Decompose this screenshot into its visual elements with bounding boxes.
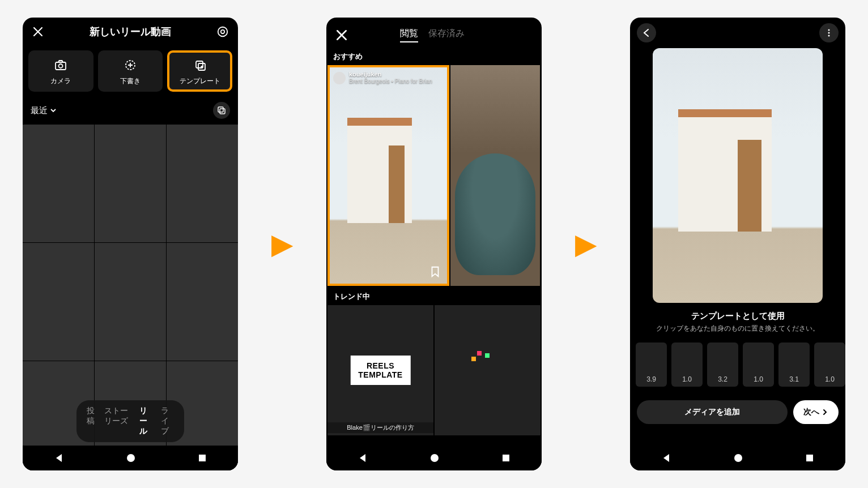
svg-point-14 (828, 32, 830, 34)
template-caption: Blake🎬リールの作り方 (327, 422, 433, 433)
android-nav-bar (23, 446, 238, 470)
use-template-title: テンプレートとして使用 (636, 311, 840, 322)
camera-icon (54, 58, 67, 72)
mode-draft-label: 下書き (120, 76, 141, 86)
clip-slots: 3.9 1.0 3.2 1.0 3.1 1.0 (630, 338, 845, 391)
svg-rect-2 (56, 62, 66, 70)
nav-recent-icon[interactable] (198, 453, 207, 463)
close-icon[interactable] (31, 24, 45, 39)
svg-rect-7 (218, 107, 223, 112)
template-username: koueijuken (349, 71, 432, 78)
android-nav-bar (630, 446, 845, 470)
clip-slot[interactable]: 3.1 (778, 343, 810, 387)
nav-back-icon[interactable] (661, 453, 671, 463)
template-card-recommended[interactable]: koueijuken Brent Bourgeois • Piano for B… (327, 65, 449, 286)
nav-back-icon[interactable] (358, 453, 368, 463)
nav-recent-icon[interactable] (805, 453, 814, 463)
create-type-tabs: 投稿 ストーリーズ リール ライブ (76, 400, 184, 442)
template-preview[interactable] (653, 48, 823, 303)
multi-select-icon[interactable] (213, 102, 230, 119)
draft-icon (124, 58, 137, 72)
svg-point-3 (59, 64, 63, 68)
media-thumb[interactable] (167, 125, 238, 242)
mode-draft[interactable]: 下書き (98, 50, 163, 92)
mode-camera-label: カメラ (50, 76, 71, 86)
clip-slot[interactable]: 3.2 (707, 343, 738, 387)
svg-point-9 (127, 454, 135, 462)
template-music: Brent Bourgeois • Piano for Brian (349, 78, 432, 85)
nav-back-icon[interactable] (54, 453, 64, 463)
use-template-subtitle: クリップをあなた自身のものに置き換えてください。 (636, 324, 840, 333)
bookmark-icon[interactable] (429, 266, 441, 278)
chevron-down-icon (50, 107, 57, 114)
template-card-trending[interactable]: REELS TEMPLATE Blake🎬リールの作り方 (327, 305, 433, 435)
tab-stories[interactable]: ストーリーズ (104, 406, 130, 436)
label-line1: REELS (358, 361, 402, 370)
mode-camera[interactable]: カメラ (28, 50, 93, 92)
template-label-box: REELS TEMPLATE (350, 356, 410, 385)
clip-slot[interactable]: 3.9 (636, 343, 667, 387)
template-card-recommended[interactable] (450, 65, 540, 286)
svg-point-1 (221, 30, 224, 33)
section-recommended: おすすめ (326, 46, 542, 65)
media-thumb[interactable] (95, 243, 166, 361)
media-thumb[interactable] (23, 125, 94, 242)
screen2-browse-templates: 閲覧 保存済み おすすめ koueijuken Brent Bourgeois … (326, 18, 542, 470)
svg-point-15 (828, 35, 830, 37)
tab-live[interactable]: ライブ (161, 406, 174, 436)
screen1-new-reel: 新しいリール動画 カメラ 下書き テンプレート 最近 (23, 18, 238, 470)
mode-template[interactable]: テンプレート (167, 50, 232, 92)
svg-point-13 (828, 29, 830, 31)
media-thumb[interactable] (95, 125, 166, 242)
label-line2: TEMPLATE (358, 370, 402, 379)
svg-rect-10 (199, 455, 206, 461)
close-icon[interactable] (334, 28, 349, 42)
recent-label: 最近 (31, 105, 48, 116)
add-media-button[interactable]: メディアを追加 (637, 400, 788, 424)
svg-point-16 (734, 454, 742, 462)
settings-icon[interactable] (215, 24, 230, 39)
chevron-right-icon (822, 409, 828, 416)
nav-home-icon[interactable] (429, 453, 440, 463)
clip-slot[interactable]: 1.0 (671, 343, 703, 387)
tab-browse[interactable]: 閲覧 (400, 28, 418, 42)
flow-arrow-icon: ▶ (271, 228, 293, 260)
more-options-button[interactable] (819, 23, 839, 42)
template-card-trending[interactable] (435, 305, 541, 435)
flow-arrow-icon: ▶ (575, 228, 597, 260)
template-icon (193, 58, 207, 72)
tab-reels[interactable]: リール (139, 406, 152, 436)
android-nav-bar (326, 446, 542, 470)
screen1-title: 新しいリール動画 (90, 25, 171, 38)
clip-slot[interactable]: 1.0 (814, 343, 845, 387)
mode-template-label: テンプレート (180, 76, 220, 86)
svg-rect-8 (220, 109, 225, 114)
svg-rect-17 (806, 455, 813, 461)
svg-rect-12 (503, 455, 509, 461)
nav-home-icon[interactable] (733, 453, 743, 463)
section-trending: トレンド中 (326, 286, 542, 305)
back-button[interactable] (637, 23, 656, 42)
recent-dropdown[interactable]: 最近 (31, 105, 57, 116)
avatar (333, 72, 346, 84)
next-button[interactable]: 次へ (793, 400, 839, 424)
screen3-use-template: テンプレートとして使用 クリップをあなた自身のものに置き換えてください。 3.9… (630, 18, 845, 470)
media-thumb[interactable] (167, 243, 238, 361)
svg-point-11 (431, 454, 439, 462)
nav-home-icon[interactable] (126, 453, 136, 463)
nav-recent-icon[interactable] (501, 453, 510, 463)
tab-post[interactable]: 投稿 (87, 406, 95, 436)
media-thumb[interactable] (23, 243, 94, 361)
clip-slot[interactable]: 1.0 (743, 343, 774, 387)
tab-saved[interactable]: 保存済み (428, 28, 465, 42)
svg-point-0 (218, 27, 228, 37)
